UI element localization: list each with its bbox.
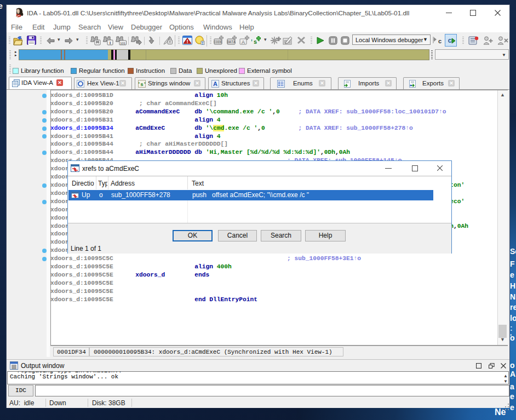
svg-text:DATA: DATA [227,41,236,44]
svg-text:101: 101 [120,42,126,45]
svg-text:c: c [438,38,442,44]
svg-text:c: c [448,37,452,44]
svg-text:I: I [110,41,111,45]
svg-text:A: A [242,39,245,45]
svg-text:'s': 's' [138,82,146,88]
svg-text:CODE: CODE [214,41,222,44]
svg-text:A: A [213,80,217,87]
